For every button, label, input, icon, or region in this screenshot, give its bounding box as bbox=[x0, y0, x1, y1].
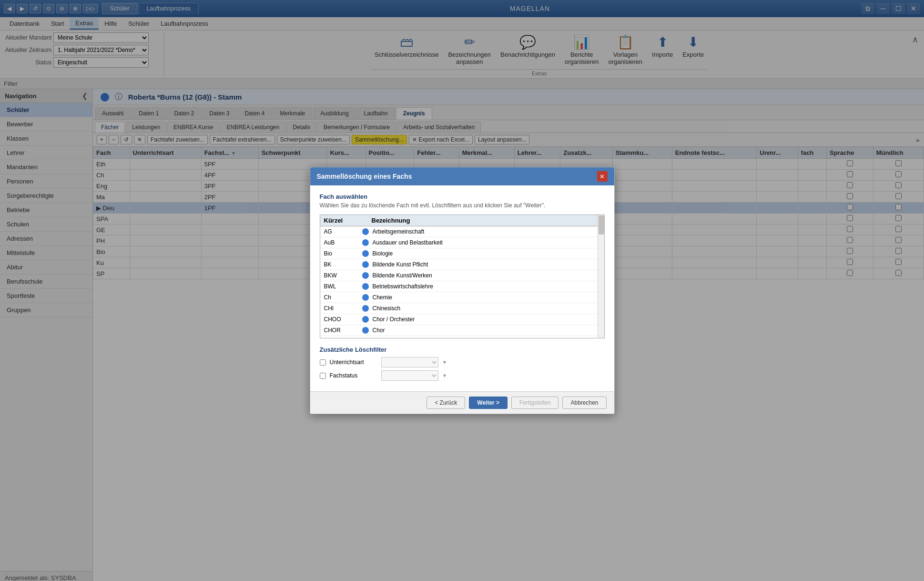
dot-ag bbox=[362, 228, 369, 235]
list-item-aub[interactable]: AuB Ausdauer und Belastbarkeit bbox=[320, 237, 604, 248]
bezeichnung-bwl: Betriebswirtschaftslehre bbox=[373, 283, 600, 290]
fachstatus-label: Fachstatus bbox=[330, 372, 377, 379]
kuerzel-aub: AuB bbox=[324, 239, 362, 246]
dot-ch bbox=[362, 294, 369, 301]
next-button[interactable]: Weiter > bbox=[469, 397, 508, 409]
filter-fachstatus-row: Fachstatus ▼ bbox=[320, 370, 605, 381]
dot-chi bbox=[362, 305, 369, 312]
dot-choo bbox=[362, 316, 369, 323]
fachstatus-checkbox[interactable] bbox=[320, 373, 326, 379]
unterrichtsart-label: Unterrichtsart bbox=[330, 359, 377, 366]
bezeichnung-bkw: Bildende Kunst/Werken bbox=[373, 272, 600, 279]
dot-bwl bbox=[362, 283, 369, 290]
list-item-chor[interactable]: CHOR Chor bbox=[320, 325, 604, 336]
list-item-ag[interactable]: AG Arbeitsgemeinschaft bbox=[320, 226, 604, 237]
list-item-bwl[interactable]: BWL Betriebswirtschaftslehre bbox=[320, 281, 604, 292]
list-item-ch[interactable]: Ch Chemie bbox=[320, 292, 604, 303]
dot-bk bbox=[362, 261, 369, 268]
kuerzel-chi: CHI bbox=[324, 305, 362, 312]
bezeichnung-ag: Arbeitsgemeinschaft bbox=[373, 228, 600, 235]
modal-title: Sammellöschung eines Fachs bbox=[317, 173, 412, 180]
list-item-chi[interactable]: CHI Chinesisch bbox=[320, 303, 604, 314]
list-item-bkw[interactable]: BKW Bildende Kunst/Werken bbox=[320, 270, 604, 281]
kuerzel-choo: CHOO bbox=[324, 316, 362, 323]
unterrichtsart-select[interactable] bbox=[381, 357, 438, 367]
dot-chor bbox=[362, 327, 369, 334]
modal-section-desc: Wählen Sie das zu löschende Fach mit evt… bbox=[320, 202, 605, 209]
back-button[interactable]: < Zurück bbox=[426, 397, 465, 409]
col-kuerzel-header: Kürzel bbox=[324, 217, 372, 224]
dot-aub bbox=[362, 239, 369, 246]
modal-overlay: Sammellöschung eines Fachs ✕ Fach auswäh… bbox=[0, 0, 924, 581]
filter-unterrichtsart-row: Unterrichtsart ▼ bbox=[320, 357, 605, 367]
dot-deu bbox=[362, 338, 369, 338]
modal-body: Fach auswählen Wählen Sie das zu löschen… bbox=[310, 185, 614, 391]
abbrechen-button[interactable]: Abbrechen bbox=[562, 397, 606, 409]
modal-list-header: Kürzel Bezeichnung bbox=[320, 215, 604, 226]
dot-bkw bbox=[362, 272, 369, 279]
kuerzel-ch: Ch bbox=[324, 294, 362, 301]
modal-footer: < Zurück Weiter > Fertigstellen Abbreche… bbox=[310, 391, 614, 414]
sammellosching-modal: Sammellöschung eines Fachs ✕ Fach auswäh… bbox=[310, 167, 615, 414]
bezeichnung-choo: Chor / Orchester bbox=[373, 316, 600, 323]
list-item-deu[interactable]: Deu Deutsch bbox=[320, 336, 604, 338]
kuerzel-chor: CHOR bbox=[324, 327, 362, 334]
list-item-bio[interactable]: Bio Biologie bbox=[320, 248, 604, 259]
bezeichnung-chi: Chinesisch bbox=[373, 305, 600, 312]
filter-section-title: Zusätzliche Löschfilter bbox=[320, 346, 605, 353]
scrollbar-thumb[interactable] bbox=[599, 215, 604, 234]
kuerzel-deu: Deu bbox=[324, 338, 362, 338]
dot-bio bbox=[362, 250, 369, 257]
bezeichnung-chor: Chor bbox=[373, 327, 600, 334]
bezeichnung-aub: Ausdauer und Belastbarkeit bbox=[373, 239, 600, 246]
kuerzel-bwl: BWL bbox=[324, 283, 362, 290]
modal-close-button[interactable]: ✕ bbox=[597, 171, 608, 182]
modal-section-title: Fach auswählen bbox=[320, 193, 605, 200]
fertigstellen-button[interactable]: Fertigstellen bbox=[511, 397, 558, 409]
modal-fach-list[interactable]: Kürzel Bezeichnung AG Arbeitsgemeinschaf… bbox=[320, 214, 605, 338]
list-item-choo[interactable]: CHOO Chor / Orchester bbox=[320, 314, 604, 325]
bezeichnung-ch: Chemie bbox=[373, 294, 600, 301]
fachstatus-select[interactable] bbox=[381, 370, 438, 381]
bezeichnung-bio: Biologie bbox=[373, 250, 600, 257]
bezeichnung-deu: Deutsch bbox=[373, 338, 600, 338]
unterrichtsart-dropdown-arrow: ▼ bbox=[442, 359, 447, 365]
bezeichnung-bk: Bildende Kunst Pflicht bbox=[373, 261, 600, 268]
kuerzel-bkw: BKW bbox=[324, 272, 362, 279]
modal-header: Sammellöschung eines Fachs ✕ bbox=[310, 167, 614, 185]
filter-section: Zusätzliche Löschfilter Unterrichtsart ▼… bbox=[320, 346, 605, 381]
kuerzel-bio: Bio bbox=[324, 250, 362, 257]
col-bezeichnung-header: Bezeichnung bbox=[372, 217, 600, 224]
list-item-bk[interactable]: BK Bildende Kunst Pflicht bbox=[320, 259, 604, 270]
fachstatus-dropdown-arrow: ▼ bbox=[442, 373, 447, 378]
unterrichtsart-checkbox[interactable] bbox=[320, 359, 326, 366]
list-scrollbar[interactable] bbox=[598, 215, 604, 338]
kuerzel-bk: BK bbox=[324, 261, 362, 268]
kuerzel-ag: AG bbox=[324, 228, 362, 235]
